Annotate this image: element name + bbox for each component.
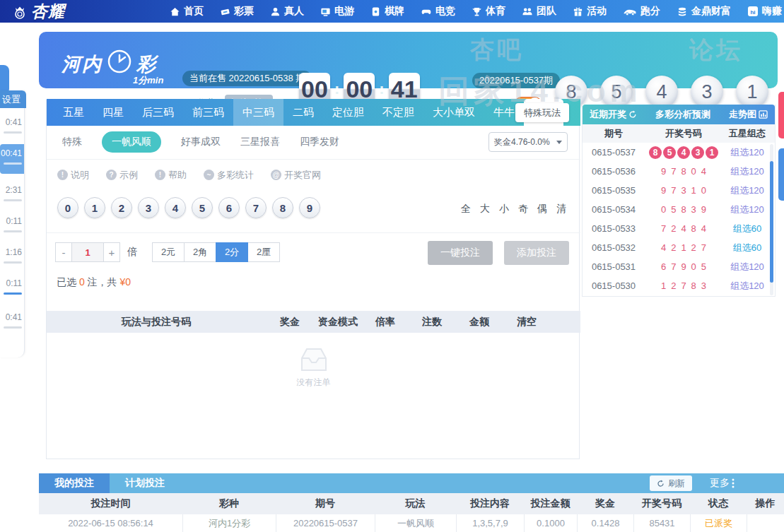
number-ball-0[interactable]: 0 — [57, 197, 78, 218]
number-ball-3[interactable]: 3 — [138, 197, 159, 218]
sidebar-lottery-item[interactable]: 0:11 — [0, 274, 24, 304]
combo-type-link[interactable]: 组选60 — [722, 223, 772, 235]
number-ball-9[interactable]: 9 — [299, 197, 320, 218]
quick-clear[interactable]: 清 — [556, 203, 566, 215]
tab-wuxing[interactable]: 五星 — [54, 99, 93, 126]
link-bangzhu[interactable]: !帮助 — [155, 169, 187, 182]
number-ball-1[interactable]: 1 — [84, 197, 105, 218]
edge-floating-tab-pink[interactable] — [778, 92, 784, 138]
stats-circle-icon: ~ — [204, 170, 214, 180]
my-bets-table-header: 投注时间 彩种 期号 玩法 投注内容 投注金额 奖金 开奖号码 状态 操作 — [39, 493, 784, 514]
sidebar-lottery-item[interactable]: 0:41 — [0, 113, 24, 143]
refresh-button[interactable]: 刷新 — [650, 475, 692, 491]
link-shuoming[interactable]: !说明 — [57, 169, 89, 182]
tab-erma[interactable]: 二码 — [283, 99, 323, 126]
quick-even[interactable]: 偶 — [537, 203, 547, 215]
combo-type-link[interactable]: 组选120 — [722, 165, 772, 178]
clock-icon — [104, 46, 135, 77]
unit-fen[interactable]: 2分 — [216, 242, 248, 262]
nav-menu: 首页 彩票 真人 电游 棋牌 电竞 体育 团队 活动 跑分 — [170, 5, 784, 18]
tab-trend-chart[interactable]: 走势图 — [729, 108, 768, 121]
combo-type-link[interactable]: 组选60 — [722, 242, 772, 254]
number-ball-7[interactable]: 7 — [245, 197, 267, 218]
number-ball-5[interactable]: 5 — [192, 197, 213, 218]
lottery-list-sidebar: 设置 0:41 00:41 2:31 0:11 1:16 0:11 0:41 — [0, 90, 25, 357]
one-key-bet-button[interactable]: 一键投注 — [428, 241, 493, 265]
sidebar-lottery-item-active[interactable]: 00:41 — [0, 144, 24, 174]
link-shili[interactable]: ?示例 — [106, 169, 138, 182]
console-icon — [320, 6, 331, 17]
unit-jiao[interactable]: 2角 — [184, 242, 216, 262]
bonus-rate-select[interactable]: 奖金4.76-0.0% — [488, 132, 568, 152]
unit-yuan[interactable]: 2元 — [152, 242, 185, 262]
tab-housanma[interactable]: 后三码 — [133, 99, 183, 126]
nav-item-jinding[interactable]: 金鼎财富 — [677, 5, 731, 18]
unit-li[interactable]: 2厘 — [247, 242, 280, 262]
combo-type-link[interactable]: 组选120 — [722, 280, 772, 292]
lottery-name-suffix: 彩 — [136, 52, 157, 77]
recent-results-panel: 近期开奖 多彩分析预测 走势图 期号 开奖号码 五星组态 0615-0537 8… — [582, 105, 776, 297]
sidebar-lottery-item[interactable]: 0:41 — [0, 308, 24, 338]
more-button[interactable]: 更多 — [710, 477, 735, 490]
tab-recent-draws[interactable]: 近期开奖 — [590, 108, 637, 121]
nav-item-sports[interactable]: 体育 — [472, 5, 505, 18]
coins-icon — [677, 6, 688, 17]
quick-big[interactable]: 大 — [480, 203, 490, 215]
nav-item-team[interactable]: 团队 — [522, 5, 556, 18]
tab-sixing[interactable]: 四星 — [93, 99, 133, 126]
combo-type-link[interactable]: 组选120 — [722, 146, 772, 159]
help-circle-icon: ! — [155, 170, 165, 180]
site-logo[interactable]: 杏耀 — [11, 1, 65, 23]
tab-zhongsanma[interactable]: 中三码 — [233, 99, 283, 126]
sidebar-lottery-item[interactable]: 2:31 — [0, 181, 24, 211]
subtab-sanxingbaoxi[interactable]: 三星报喜 — [240, 136, 280, 148]
nav-item-esports[interactable]: 电竞 — [421, 5, 455, 18]
sidebar-lottery-item[interactable]: 0:11 — [0, 212, 24, 242]
nav-item-lottery[interactable]: 彩票 — [220, 5, 254, 18]
link-duocaitongji[interactable]: ~多彩统计 — [204, 169, 254, 182]
scrollbar-thumb[interactable] — [770, 161, 773, 283]
tab-budingdan[interactable]: 不定胆 — [373, 99, 423, 126]
multiplier-plus-button[interactable]: + — [103, 242, 120, 262]
tab-dingweidan[interactable]: 定位胆 — [323, 99, 373, 126]
multiplier-minus-button[interactable]: - — [55, 242, 72, 262]
link-kaijiangguanwang[interactable]: @开奖官网 — [271, 169, 321, 182]
add-bet-button[interactable]: 添加投注 — [504, 241, 569, 265]
nav-item-activity[interactable]: 活动 — [573, 5, 607, 18]
number-ball-2[interactable]: 2 — [111, 197, 132, 218]
subtab-sijifacai[interactable]: 四季发财 — [300, 136, 339, 148]
quick-small[interactable]: 小 — [499, 203, 509, 215]
nav-item-egames[interactable]: 电游 — [320, 5, 354, 18]
multiplier-input[interactable] — [72, 242, 103, 262]
subtab-teshu[interactable]: 特殊 — [62, 136, 82, 148]
edge-floating-tab-blue[interactable] — [778, 148, 784, 201]
combo-type-link[interactable]: 组选120 — [722, 203, 772, 216]
special-play-button[interactable]: 特殊玩法 — [515, 103, 569, 122]
subtab-haoshichengshuang[interactable]: 好事成双 — [181, 136, 221, 148]
lottery-header-card: 河内 彩 1分min 当前在售 20220615-0538 期 已收藏 投注时间… — [39, 32, 778, 88]
tab-qiansanma[interactable]: 前三码 — [183, 99, 233, 126]
tab-plan-bets[interactable]: 计划投注 — [110, 473, 180, 493]
combo-type-link[interactable]: 组选120 — [722, 184, 772, 197]
divider — [47, 232, 580, 233]
refresh-icon — [657, 480, 665, 487]
subtab-yifanfengshun[interactable]: 一帆风顺 — [102, 131, 161, 153]
tab-daxiaodanshuang[interactable]: 大小单双 — [423, 99, 484, 126]
number-ball-4[interactable]: 4 — [165, 197, 186, 218]
nav-item-hi[interactable]: hi 嗨赚 — [747, 5, 782, 18]
nav-item-home[interactable]: 首页 — [170, 5, 204, 18]
number-ball-6[interactable]: 6 — [218, 197, 240, 218]
nav-item-live[interactable]: 真人 — [270, 5, 304, 18]
sidebar-settings-button[interactable]: 设置 — [0, 90, 26, 108]
combo-type-link[interactable]: 组选120 — [722, 261, 772, 273]
nav-item-paofen[interactable]: 跑分 — [623, 5, 660, 18]
quick-odd[interactable]: 奇 — [518, 203, 528, 215]
tab-analysis-forecast[interactable]: 多彩分析预测 — [655, 108, 710, 121]
sidebar-lottery-item[interactable]: 1:16 — [0, 243, 24, 273]
nav-item-boardgames[interactable]: 棋牌 — [370, 5, 404, 18]
number-ball-8[interactable]: 8 — [272, 197, 293, 218]
quick-all[interactable]: 全 — [461, 203, 471, 215]
multiplier-label: 倍 — [127, 246, 137, 259]
result-row: 0615-0536 97804 组选120 — [583, 162, 775, 181]
tab-my-bets[interactable]: 我的投注 — [39, 473, 110, 493]
